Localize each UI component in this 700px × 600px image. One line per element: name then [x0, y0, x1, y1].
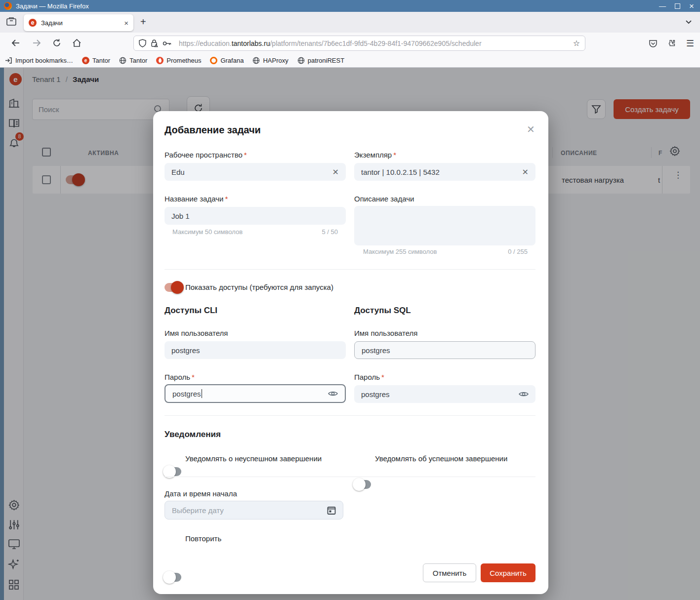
start-date-input[interactable]: Выберите дату [165, 501, 343, 520]
calendar-icon[interactable] [327, 506, 336, 515]
home-icon[interactable] [72, 39, 82, 47]
show-access-toggle[interactable] [165, 281, 182, 294]
cli-password-input[interactable]: postgres [165, 384, 346, 403]
divider [165, 477, 535, 477]
bookmarks-bar: Import bookmarks… e Tantor Tantor Promet… [0, 53, 700, 68]
bookmark-patronirest[interactable]: patroniREST [297, 57, 344, 64]
url-bar[interactable]: https://education.tantorlabs.ru/platform… [133, 36, 585, 51]
prometheus-icon [156, 57, 164, 64]
sql-username-input[interactable]: postgres [354, 341, 535, 359]
add-task-modal: Добавление задачи ✕ Рабочее пространство… [153, 111, 548, 594]
divider [165, 415, 535, 416]
task-name-label: Название задачи* [165, 195, 228, 203]
cli-password-label: Пароль* [165, 373, 195, 381]
save-button[interactable]: Сохранить [481, 563, 535, 582]
window-minimize-button[interactable]: — [659, 2, 666, 9]
task-description-label: Описание задачи [354, 195, 414, 203]
globe-icon [119, 57, 126, 64]
browser-tab[interactable]: e Задачи × [24, 14, 133, 31]
bookmark-haproxy[interactable]: HAProxy [252, 57, 288, 64]
import-icon [5, 57, 12, 64]
modal-title: Добавление задачи [165, 124, 261, 136]
window-titlebar: Задачи — Mozilla Firefox — × [0, 0, 700, 12]
cancel-button[interactable]: Отменить [423, 563, 476, 582]
sql-section-header: Доступы SQL [354, 306, 411, 316]
grafana-icon [210, 57, 217, 64]
bookmark-tantor[interactable]: e Tantor [82, 57, 110, 64]
bookmark-star-icon[interactable]: ☆ [573, 39, 580, 48]
back-icon[interactable] [11, 39, 21, 47]
workspace-clear-icon[interactable]: ✕ [332, 167, 339, 177]
window-close-button[interactable]: × [689, 2, 694, 10]
tab-favicon: e [29, 19, 37, 27]
task-name-input[interactable]: Job 1 [165, 207, 346, 225]
repeat-label: Повторить [185, 534, 221, 543]
sql-password-label: Пароль* [354, 373, 384, 381]
extensions-puzzle-icon[interactable] [667, 39, 676, 48]
window-maximize-button[interactable] [675, 3, 680, 9]
notifications-header: Уведомления [165, 430, 221, 440]
text-caret [202, 389, 202, 398]
cli-username-label: Имя пользователя [165, 329, 228, 337]
firefox-view-icon[interactable] [6, 17, 19, 28]
tab-title: Задачи [41, 19, 124, 27]
task-name-counter: 5 / 50 [165, 228, 338, 236]
tab-list-chevron-icon[interactable] [685, 18, 693, 26]
start-date-label: Дата и время начала [165, 489, 237, 498]
forward-icon[interactable] [32, 39, 41, 47]
tab-close-icon[interactable]: × [124, 19, 128, 27]
notify-fail-label: Уведомлять о неуспешном завершении [185, 454, 322, 463]
url-text: https://education.tantorlabs.ru/platform… [179, 40, 573, 47]
pocket-icon[interactable] [649, 39, 658, 48]
globe-icon [252, 57, 260, 64]
bookmark-grafana[interactable]: Grafana [210, 57, 244, 64]
cli-username-input[interactable]: postgres [165, 341, 346, 359]
lock-warning-icon[interactable] [151, 39, 158, 47]
window-title: Задачи — Mozilla Firefox [16, 2, 89, 10]
tantor-icon: e [82, 57, 89, 64]
notify-success-toggle[interactable] [354, 478, 372, 491]
cli-password-eye-icon[interactable] [328, 390, 338, 397]
task-description-counter: 0 / 255 [354, 248, 528, 255]
menu-hamburger-icon[interactable]: ☰ [686, 38, 694, 49]
screen: Задачи — Mozilla Firefox — × e Задачи × … [0, 0, 700, 600]
globe-icon [297, 57, 305, 64]
workspace-label: Рабочее пространство* [165, 151, 247, 159]
key-icon[interactable] [163, 40, 171, 46]
instance-clear-icon[interactable]: ✕ [522, 167, 529, 177]
shield-icon[interactable] [139, 39, 146, 47]
firefox-logo-icon [4, 2, 12, 10]
cli-section-header: Доступы CLI [165, 306, 217, 316]
task-description-textarea[interactable] [354, 206, 535, 245]
show-access-label: Показать доступы (требуются для запуска) [185, 283, 333, 291]
sql-username-label: Имя пользователя [354, 329, 417, 337]
bookmark-prometheus[interactable]: Prometheus [156, 57, 201, 64]
reload-icon[interactable] [52, 39, 61, 47]
new-tab-button[interactable]: + [140, 16, 146, 28]
bookmark-tantor-globe[interactable]: Tantor [119, 57, 147, 64]
sql-password-input[interactable]: postgres [354, 385, 535, 403]
instance-input[interactable]: tantor | 10.0.2.15 | 5432 ✕ [354, 163, 535, 181]
modal-close-icon[interactable]: ✕ [527, 123, 535, 135]
notify-success-label: Уведомлять об успешном завершении [375, 454, 507, 463]
workspace-input[interactable]: Edu ✕ [165, 163, 346, 181]
bookmark-import[interactable]: Import bookmarks… [5, 57, 73, 64]
instance-label: Экземпляр* [354, 151, 396, 159]
repeat-toggle[interactable] [165, 571, 182, 584]
sql-password-eye-icon[interactable] [519, 391, 529, 398]
divider [165, 269, 535, 270]
